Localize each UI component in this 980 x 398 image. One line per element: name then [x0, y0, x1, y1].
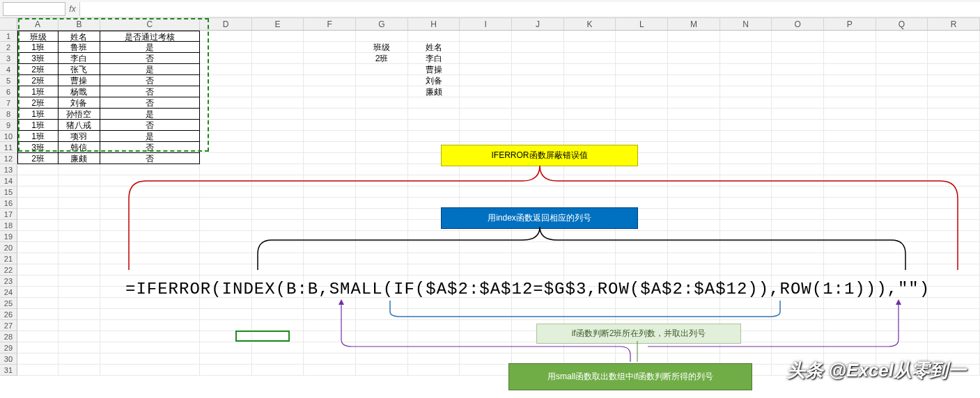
annotation-overlay: IFERROR函数屏蔽错误值 用index函数返回相应的列号 if函数判断2班所…: [0, 0, 980, 390]
bracket-svg: [0, 0, 980, 398]
watermark-text: 头条 @Excel从零到一: [787, 358, 966, 383]
